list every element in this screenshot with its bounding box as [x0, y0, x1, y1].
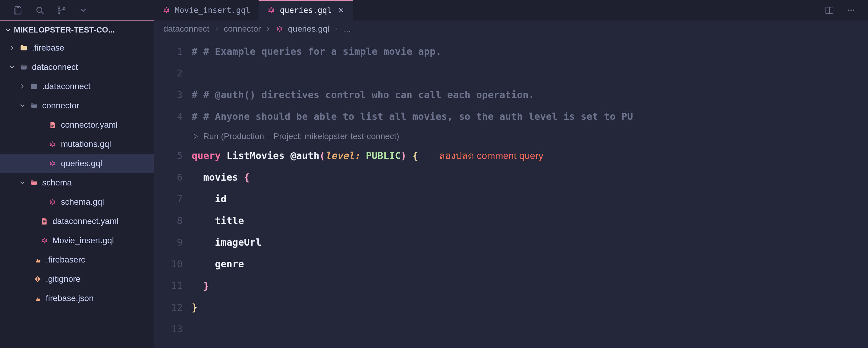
tree-label: Movie_insert.gql — [53, 236, 114, 245]
more-icon[interactable] — [844, 3, 858, 18]
folder-icon — [30, 82, 38, 91]
firebase-icon — [33, 255, 42, 264]
tree-label: .gitignore — [46, 274, 81, 284]
file-explorer: MIKELOPSTER-TEST-CO... .firebase datacon… — [0, 21, 154, 348]
line-number: 5 — [154, 145, 183, 167]
split-editor-icon[interactable] — [822, 3, 837, 18]
field: title — [215, 214, 244, 228]
explorer-icon[interactable] — [11, 3, 25, 18]
breadcrumb-leaf[interactable]: queries.gql — [288, 24, 330, 34]
line-number: 3 — [154, 84, 183, 106]
tree-folder-schema[interactable]: schema — [0, 173, 154, 193]
tree-label: schema.gql — [61, 197, 104, 207]
source-control-icon[interactable] — [54, 3, 69, 18]
tree-folder-dataconnect[interactable]: dataconnect — [0, 58, 154, 77]
tree-folder-dot-dataconnect[interactable]: .dataconnect — [0, 77, 154, 96]
tree-file-firebase-json[interactable]: firebase.json — [0, 289, 154, 308]
chevron-right-icon — [19, 83, 26, 90]
chevron-right-icon — [334, 26, 340, 32]
paren: ) — [401, 149, 407, 163]
breadcrumb[interactable]: dataconnect connector queries.gql ... — [154, 21, 868, 37]
code-comment: # # Anyone should be able to list all mo… — [192, 110, 633, 124]
graphql-icon — [48, 198, 57, 207]
graphql-icon — [48, 140, 57, 149]
tree-file-dataconnect-yaml[interactable]: dataconnect.yaml — [0, 212, 154, 231]
breadcrumb-seg[interactable]: dataconnect — [163, 24, 210, 34]
search-icon[interactable] — [33, 3, 47, 18]
tree-file-movie-insert-gql[interactable]: Movie_insert.gql — [0, 231, 154, 250]
project-name: MIKELOPSTER-TEST-CO... — [14, 25, 115, 35]
firebase-icon — [33, 294, 42, 303]
tree-label: .firebaserc — [46, 255, 85, 265]
chevron-down-icon — [5, 27, 11, 33]
field: imageUrl — [215, 235, 261, 250]
field: genre — [215, 257, 244, 271]
code-area[interactable]: # # Example queries for a simple movie a… — [192, 41, 868, 340]
tree-label: connector.yaml — [61, 120, 118, 130]
tree-file-queries-gql[interactable]: queries.gql — [0, 154, 154, 173]
field: id — [215, 192, 227, 206]
chevron-right-icon — [8, 44, 16, 51]
yaml-file-icon — [40, 217, 49, 226]
line-number: 11 — [154, 275, 183, 297]
folder-open-icon — [19, 63, 28, 72]
breadcrumb-ellipsis[interactable]: ... — [344, 24, 351, 34]
project-header[interactable]: MIKELOPSTER-TEST-CO... — [0, 21, 154, 38]
graphql-icon — [162, 6, 170, 14]
folder-open-icon — [30, 178, 38, 187]
paren: ( — [319, 149, 325, 163]
brace: { — [244, 170, 250, 184]
tree-label: firebase.json — [46, 293, 94, 303]
identifier: ListMovies — [227, 149, 285, 163]
graphql-icon — [267, 6, 276, 14]
tree-file-gitignore[interactable]: .gitignore — [0, 270, 154, 289]
tree-label: .firebase — [32, 43, 64, 53]
tree-file-connector-yaml[interactable]: connector.yaml — [0, 115, 154, 135]
line-number: 6 — [154, 167, 183, 188]
line-number: 1 — [154, 41, 183, 63]
tree-label: mutations.gql — [61, 139, 111, 149]
play-icon — [192, 133, 199, 140]
folder-open-icon — [30, 101, 38, 110]
line-number: 7 — [154, 188, 183, 210]
line-number: 2 — [154, 63, 183, 84]
gutter: 1 2 3 4 5 6 7 8 9 10 11 12 13 — [154, 41, 192, 340]
chevron-down-icon — [8, 64, 16, 70]
tree-folder-firebase[interactable]: .firebase — [0, 38, 154, 58]
graphql-icon — [48, 159, 57, 168]
chevron-down-icon — [19, 179, 26, 186]
code-lens-label: Run (Production – Project: mikelopster-t… — [203, 130, 399, 142]
line-number: 8 — [154, 210, 183, 232]
tree-file-firebaserc[interactable]: .firebaserc — [0, 250, 154, 270]
argument-name: level: — [325, 149, 360, 163]
tab-movie-insert[interactable]: Movie_insert.gql — [154, 0, 258, 21]
close-icon[interactable] — [338, 7, 344, 13]
yaml-file-icon — [48, 120, 57, 130]
tree-label: schema — [42, 178, 72, 187]
tree-folder-connector[interactable]: connector — [0, 96, 154, 115]
chevron-down-icon[interactable] — [76, 3, 90, 18]
folder-icon — [19, 43, 28, 53]
inline-annotation: ลองปลด comment query — [439, 149, 543, 163]
line-number: 13 — [154, 318, 183, 340]
breadcrumb-seg[interactable]: connector — [224, 24, 261, 34]
line-number: 12 — [154, 297, 183, 318]
tree-file-schema-gql[interactable]: schema.gql — [0, 193, 154, 212]
line-number: 4 — [154, 106, 183, 128]
tree-label: dataconnect.yaml — [53, 216, 119, 226]
tab-label: queries.gql — [280, 6, 332, 15]
code-comment: # # Example queries for a simple movie a… — [192, 44, 441, 59]
keyword: query — [192, 149, 221, 163]
graphql-icon — [276, 25, 284, 33]
tree-label: queries.gql — [61, 159, 102, 168]
chevron-right-icon — [214, 26, 220, 32]
brace: } — [192, 301, 197, 315]
graphql-icon — [40, 236, 49, 245]
tree-file-mutations-gql[interactable]: mutations.gql — [0, 135, 154, 154]
brace: } — [204, 279, 209, 293]
field: movies — [204, 170, 239, 184]
decorator: @auth — [290, 149, 319, 163]
tab-queries[interactable]: queries.gql — [258, 0, 352, 21]
editor[interactable]: dataconnect connector queries.gql ... 1 … — [154, 21, 868, 348]
code-lens-run[interactable]: Run (Production – Project: mikelopster-t… — [192, 128, 868, 145]
